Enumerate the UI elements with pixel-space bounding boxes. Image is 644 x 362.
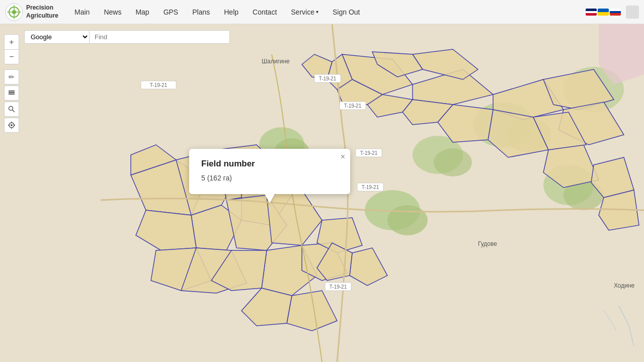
svg-text:T-19-21: T-19-21 bbox=[330, 284, 347, 290]
search-tool-button[interactable] bbox=[4, 102, 19, 117]
nav-gps[interactable]: GPS bbox=[157, 5, 185, 19]
nav-news[interactable]: News bbox=[98, 5, 127, 19]
nav-map[interactable]: Map bbox=[129, 5, 155, 19]
svg-rect-66 bbox=[9, 92, 15, 93]
svg-text:T-19-21: T-19-21 bbox=[319, 76, 337, 81]
find-input[interactable] bbox=[89, 30, 230, 44]
nav-service[interactable]: Service bbox=[285, 5, 325, 19]
svg-rect-68 bbox=[9, 90, 15, 92]
road-label-o190415: T-19-21 bbox=[150, 82, 168, 88]
popup-close-button[interactable]: × bbox=[341, 153, 345, 161]
popup-title: Field number bbox=[201, 159, 338, 169]
popup-value: 5 (162 га) bbox=[201, 174, 338, 182]
logo-text: Precision Agriculture bbox=[26, 4, 58, 20]
nav-signout[interactable]: Sign Out bbox=[327, 5, 366, 19]
zoom-in-button[interactable]: + bbox=[4, 34, 19, 49]
svg-line-70 bbox=[13, 110, 15, 113]
svg-point-72 bbox=[11, 124, 13, 126]
svg-text:T-19-21: T-19-21 bbox=[362, 185, 379, 190]
user-button[interactable] bbox=[626, 6, 639, 19]
location-tool-button[interactable] bbox=[4, 118, 19, 133]
city-shaligine: Шалигине bbox=[262, 58, 290, 65]
svg-text:T-19-21: T-19-21 bbox=[360, 150, 378, 156]
svg-text:T-19-21: T-19-21 bbox=[344, 103, 362, 109]
header: Precision Agriculture Main News Map GPS … bbox=[0, 0, 644, 24]
popup-tail bbox=[265, 194, 275, 203]
map-container[interactable]: T-19-21 T-19-21 T-19-21 T-19-21 T-19-21 … bbox=[0, 24, 644, 362]
nav-contact[interactable]: Contact bbox=[247, 5, 283, 19]
nav-help[interactable]: Help bbox=[218, 5, 245, 19]
search-bar: Google OpenStreetMap Bing bbox=[24, 30, 230, 44]
layers-tool-button[interactable] bbox=[4, 85, 19, 101]
logo[interactable]: Precision Agriculture bbox=[5, 3, 58, 21]
svg-point-11 bbox=[434, 148, 472, 176]
field-popup: × Field number 5 (162 га) bbox=[189, 149, 350, 194]
city-gudove: Гудове bbox=[478, 240, 497, 247]
nav-plans[interactable]: Plans bbox=[186, 5, 216, 19]
zoom-out-button[interactable]: − bbox=[4, 49, 19, 64]
nav-main[interactable]: Main bbox=[68, 5, 96, 19]
logo-icon bbox=[5, 3, 23, 21]
lang-ru-flag[interactable] bbox=[610, 9, 621, 16]
lang-ua-flag[interactable] bbox=[598, 9, 609, 16]
map-toolbar: + − ✏ bbox=[4, 34, 19, 133]
main-nav: Main News Map GPS Plans Help Contact Ser… bbox=[68, 5, 586, 19]
language-selector bbox=[586, 9, 621, 16]
zoom-controls: + − bbox=[4, 34, 19, 64]
svg-rect-67 bbox=[9, 94, 15, 95]
lang-en-flag[interactable] bbox=[586, 9, 597, 16]
city-hodine: Ходине bbox=[614, 282, 635, 289]
svg-point-9 bbox=[387, 205, 428, 235]
map-source-select[interactable]: Google OpenStreetMap Bing bbox=[24, 30, 89, 44]
svg-point-69 bbox=[9, 107, 13, 111]
draw-tool-button[interactable]: ✏ bbox=[4, 69, 19, 84]
